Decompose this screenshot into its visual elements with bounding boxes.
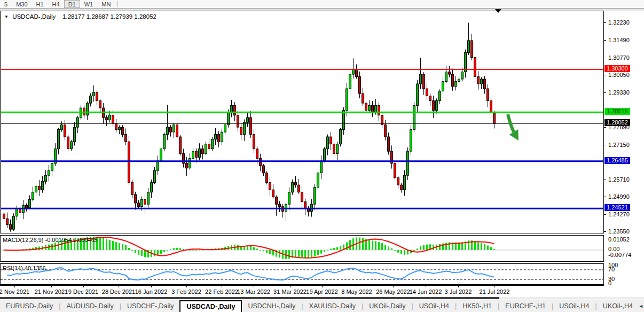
macd-histogram-bar (490, 247, 492, 250)
candle-bull (352, 69, 355, 74)
price-axis: 1.322301.314901.307701.300501.293301.278… (604, 11, 644, 285)
candle-bull (70, 142, 73, 149)
candle-bear (298, 185, 300, 192)
timeframe-button-M30[interactable]: M30 (12, 0, 32, 8)
macd-histogram-bar (192, 250, 194, 251)
candle-bear (250, 118, 252, 135)
candle-bull (288, 192, 290, 205)
macd-histogram-bar (160, 250, 162, 254)
macd-histogram-bar (388, 246, 389, 250)
macd-histogram-bar (346, 243, 348, 250)
candle-bull (160, 149, 162, 161)
tab-xauusddaily-5[interactable]: XAUUSD-,Daily (303, 300, 362, 312)
macd-histogram-bar (266, 250, 268, 253)
macd-histogram-bar (400, 250, 402, 254)
chart-symbol: USDCAD-,Daily (12, 13, 56, 20)
candle-bull (205, 144, 207, 154)
price-tick-mark (604, 231, 606, 232)
timeframe-button-MN[interactable]: MN (97, 0, 115, 8)
candle-bear (179, 137, 182, 154)
candle-bull (74, 127, 76, 142)
timeframe-button-D1[interactable]: D1 (64, 0, 80, 8)
price-tick-mark (604, 75, 606, 75)
candle-bear (260, 159, 262, 166)
price-tick-label: 1.31490 (608, 37, 630, 43)
macd-histogram-bar (327, 250, 328, 251)
macd-histogram-bar (474, 241, 476, 250)
tab-ukoilh4-11[interactable]: UKOil-,H4 (597, 300, 639, 312)
candle-bear (295, 183, 297, 185)
macd-histogram-bar (404, 250, 405, 255)
candle-bull (292, 183, 294, 192)
macd-histogram-bar (394, 250, 396, 251)
macd-histogram-bar (423, 245, 425, 250)
candle-bear (26, 205, 28, 208)
candle-bear (388, 137, 390, 151)
candle-bear (202, 149, 204, 154)
candle-bear (279, 204, 281, 207)
price-tick-label: 1.30050 (608, 72, 630, 78)
date-tick-mark (254, 286, 254, 287)
candle-bull (346, 89, 348, 111)
date-tick-mark (357, 286, 357, 287)
date-tick-mark (51, 286, 52, 287)
symbol-dropdown-icon[interactable]: ▼ (4, 14, 9, 19)
tab-usdchfdaily-2[interactable]: USDCHF-,Daily (121, 300, 180, 312)
price-level-label-1.28516: 1.28516 (604, 108, 630, 115)
candle-bear (170, 127, 172, 132)
candle-bull (314, 188, 316, 205)
date-tick-mark (322, 286, 323, 287)
candle-bear (237, 115, 239, 128)
candle-bull (247, 118, 249, 122)
timeframe-toolbar: 5M30H1H4D1W1MN (0, 0, 644, 8)
tab-usoilh4-7[interactable]: USOil-,H4 (413, 300, 455, 312)
tab-hk50h1-8[interactable]: HK50-,H1 (457, 300, 498, 312)
timeframe-button-W1[interactable]: W1 (80, 0, 98, 8)
timeframe-button-H4[interactable]: H4 (48, 0, 64, 8)
macd-histogram-bar (439, 244, 441, 250)
candle-bear (10, 225, 12, 230)
scrollbar-thumb[interactable] (0, 297, 499, 299)
date-label: 22 Feb 2022 (205, 288, 238, 295)
tab-usdcnhdaily-4[interactable]: USDCNH-,Daily (242, 300, 301, 312)
candle-bull (436, 101, 438, 111)
tab-eurusddaily-0[interactable]: EURUSD-,Daily (0, 300, 59, 312)
tab-audusddaily-1[interactable]: AUDUSD-,Daily (60, 300, 119, 312)
candle-bull (93, 92, 95, 96)
candle-bull (45, 175, 47, 181)
candle-bear (115, 123, 117, 129)
macd-histogram-bar (237, 245, 239, 250)
candle-bull (227, 113, 230, 125)
macd-histogram-bar (426, 245, 428, 250)
timeframe-button-H1[interactable]: H1 (32, 0, 48, 8)
macd-histogram-bar (141, 250, 143, 256)
tab-ukoildaily-6[interactable]: UKOil-,Daily (363, 300, 411, 312)
date-tick-mark (494, 286, 495, 287)
candle-bear (397, 178, 399, 185)
candle-bear (269, 183, 271, 190)
candle-bull (109, 115, 111, 120)
tab-scroll-left-icon[interactable]: ◄ (639, 303, 643, 309)
timeframe-button-5[interactable]: 5 (0, 0, 12, 8)
candle-bear (493, 113, 496, 123)
macd-histogram-bar (163, 250, 165, 252)
candle-bear (96, 92, 98, 101)
candle-bear (490, 101, 492, 113)
tab-usdcaddaily-3[interactable]: USDCAD-,Daily (179, 300, 242, 312)
tab-usoilh4-10[interactable]: USOil-,H4 (553, 300, 595, 312)
candle-bear (256, 149, 258, 159)
candle-bear (144, 199, 146, 204)
date-tick-mark (393, 286, 394, 287)
candle-bear (131, 183, 133, 195)
candle-bear (471, 41, 473, 58)
candle-bear (138, 203, 140, 207)
tab-eurchfh1-9[interactable]: EURCHF-,H1 (499, 300, 552, 312)
price-tick-mark (604, 58, 606, 58)
horizontal-scrollbar[interactable] (0, 297, 644, 299)
candle-bear (112, 115, 114, 124)
candle-bull (29, 199, 31, 208)
macd-histogram-bar (477, 243, 479, 250)
candle-bull (417, 84, 419, 106)
macd-histogram-bar (481, 243, 482, 250)
symbol-tab-bar: EURUSD-,Daily|AUDUSD-,Daily|USDCHF-,Dail… (0, 300, 644, 312)
